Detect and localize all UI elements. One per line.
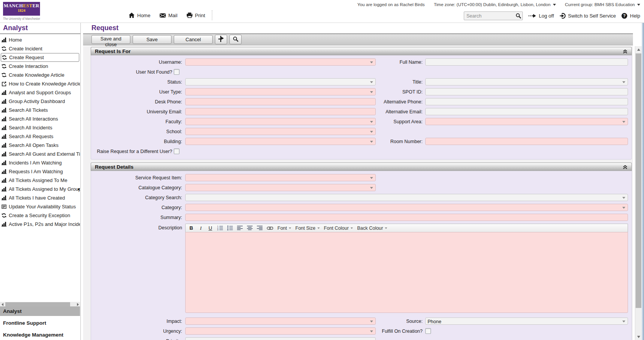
status-dropdown[interactable] [185, 78, 376, 85]
back-colour-menu[interactable]: Back Colour [357, 226, 387, 231]
service-request-item-dropdown[interactable] [185, 174, 376, 181]
font-size-menu[interactable]: Font Size [295, 226, 320, 231]
log-off-button[interactable]: Log off [529, 13, 554, 19]
sidebar-item-search-all-open-tasks[interactable]: Search All Open Tasks [0, 141, 80, 150]
mail-link[interactable]: Mail [160, 13, 178, 18]
search-button[interactable] [229, 35, 242, 44]
sidebar-item-search-all-interactions[interactable]: Search All Interactions [0, 114, 80, 123]
spot-id-input[interactable] [425, 88, 628, 95]
sidebar-group-analyst[interactable]: Analyst [0, 306, 80, 316]
username-dropdown[interactable] [185, 58, 376, 66]
editor-toolbar: BIU123FontFont SizeFont ColourBack Colou… [185, 224, 628, 232]
fulfill-on-creation-checkbox[interactable] [425, 328, 431, 334]
current-group-selector[interactable]: Current group: BMH SBS Education [565, 2, 640, 7]
bold-button[interactable]: B [189, 225, 194, 231]
sidebar-item-create-knowledge-article[interactable]: Create Knowledge Article [0, 71, 80, 79]
vertical-scrollbar[interactable] [635, 46, 642, 340]
font-size-label: Font Size [295, 226, 316, 231]
form-row: Faculty:Support Area: [91, 118, 631, 125]
building-dropdown[interactable] [185, 138, 376, 145]
dropdown-arrow-icon [622, 321, 625, 322]
collapse-section-icon[interactable] [623, 49, 628, 54]
scroll-down-icon[interactable] [635, 334, 642, 340]
description-editor-area[interactable] [185, 232, 628, 313]
chart-icon [2, 37, 6, 42]
align-center-button[interactable] [247, 226, 253, 230]
category-dropdown[interactable] [185, 204, 628, 211]
sidebar-item-update-your-availability-status[interactable]: Update Your Availability Status [0, 202, 80, 211]
help-button[interactable]: ?Help [622, 13, 640, 19]
search-icon[interactable] [516, 13, 521, 20]
sidebar-group-knowledge-management[interactable]: Knowledge Management [0, 330, 80, 340]
full-name-input[interactable] [425, 58, 628, 66]
bullet-list-button[interactable] [227, 226, 233, 230]
support-area-dropdown[interactable] [425, 118, 628, 125]
switch-to-self-service-button[interactable]: Switch to Self Service [560, 13, 616, 19]
chart-icon [2, 134, 6, 139]
sidebar-group-frontline-support[interactable]: Frontline Support [0, 318, 80, 328]
category-search-dropdown[interactable] [185, 194, 628, 201]
raise-request-for-a-different-user-checkbox[interactable] [174, 148, 179, 154]
alternative-phone-input[interactable] [425, 98, 628, 105]
sidebar-item-all-tickets-i-have-created[interactable]: All Tickets I have Created [0, 193, 80, 202]
switch-icon [560, 13, 566, 19]
source-dropdown[interactable]: Phone [425, 317, 628, 325]
cancel-button[interactable]: Cancel [174, 35, 213, 44]
section-body: Username:Full Name:User Not Found?Status… [91, 55, 632, 160]
sidebar-item-all-tickets-assigned-to-my-groups[interactable]: All Tickets Assigned to My Groups◀ [0, 185, 80, 193]
font-colour-menu[interactable]: Font Colour [324, 226, 353, 231]
align-left-button[interactable] [237, 226, 243, 230]
save-button[interactable]: Save [133, 35, 171, 44]
sidebar-item-group-activity-dashboard[interactable]: Group Activity Dashboard [0, 97, 80, 106]
faculty-dropdown[interactable] [185, 118, 376, 125]
sidebar-item-label: All Tickets Assigned To Me [9, 177, 67, 183]
align-right-button[interactable] [257, 226, 263, 230]
font-menu[interactable]: Font [277, 226, 291, 231]
user-type-dropdown[interactable] [185, 88, 376, 95]
sidebar-item-label: Search All Requests [9, 134, 53, 139]
process-flag-button[interactable] [215, 35, 227, 44]
school-dropdown[interactable] [185, 128, 376, 135]
urgency-dropdown[interactable] [185, 327, 376, 335]
numbered-list-button[interactable]: 123 [217, 226, 223, 230]
user-not-found-checkbox[interactable] [174, 69, 179, 75]
sidebar-item-create-request[interactable]: Create Request [1, 53, 79, 62]
underline-button[interactable]: U [208, 225, 213, 231]
title-dropdown[interactable] [425, 78, 628, 85]
sidebar-item-search-all-incidents[interactable]: Search All Incidents [0, 123, 80, 132]
home-link[interactable]: Home [129, 13, 151, 18]
sidebar-item-home[interactable]: Home [0, 35, 80, 44]
vscroll-thumb[interactable] [636, 53, 641, 308]
room-number-input[interactable] [425, 138, 628, 145]
sidebar-item-analyst-and-support-groups[interactable]: Analyst and Support Groups [0, 88, 80, 97]
sidebar-item-create-a-security-exception[interactable]: Create a Security Exception [0, 211, 80, 220]
university-email-input[interactable] [185, 108, 376, 115]
timezone-selector[interactable]: Time zone: (UTC+00:00) Dublin, Edinburgh… [434, 2, 556, 7]
summary-input[interactable] [185, 214, 628, 221]
scroll-up-icon[interactable] [635, 46, 642, 53]
sync-icon [2, 46, 6, 51]
sidebar-item-create-interaction[interactable]: Create Interaction [0, 62, 80, 71]
sidebar-item-requests-i-am-watching[interactable]: Requests I Am Watching [0, 167, 80, 176]
desk-phone-input[interactable] [185, 98, 376, 105]
sidebar-item-all-tickets-assigned-to-me[interactable]: All Tickets Assigned To Me [0, 176, 80, 185]
sidebar-item-label: Search All Interactions [9, 116, 58, 122]
save-and-close-button[interactable]: Save and close [91, 35, 130, 44]
link-button[interactable] [267, 226, 273, 230]
impact-dropdown[interactable] [185, 317, 376, 325]
italic-button[interactable]: I [198, 225, 203, 231]
priority-dropdown[interactable] [185, 337, 376, 340]
sidebar-item-incidents-i-am-watching[interactable]: Incidents I Am Watching [0, 158, 80, 167]
sidebar-item-how-to-create-knowledge-articles[interactable]: How to Create Knowledge Articles [0, 79, 80, 88]
print-link[interactable]: Print [187, 13, 205, 18]
search-input[interactable] [464, 11, 523, 20]
sidebar-item-create-incident[interactable]: Create Incident [0, 44, 80, 53]
collapse-section-icon[interactable] [623, 165, 628, 169]
sidebar-item-search-all-tickets[interactable]: Search All Tickets [0, 106, 80, 114]
sidebar-item-active-p1s-p2s-and-major-incident[interactable]: Active P1s, P2s and Major Incident [0, 220, 80, 229]
sidebar-item-search-all-guest-and-external-ticke[interactable]: Search All Guest and External Ticke [0, 150, 80, 158]
alternative-email-input[interactable] [425, 108, 628, 115]
catalogue-category-dropdown[interactable] [185, 184, 376, 191]
username-label: Username: [91, 60, 185, 65]
sidebar-item-search-all-requests[interactable]: Search All Requests [0, 132, 80, 141]
